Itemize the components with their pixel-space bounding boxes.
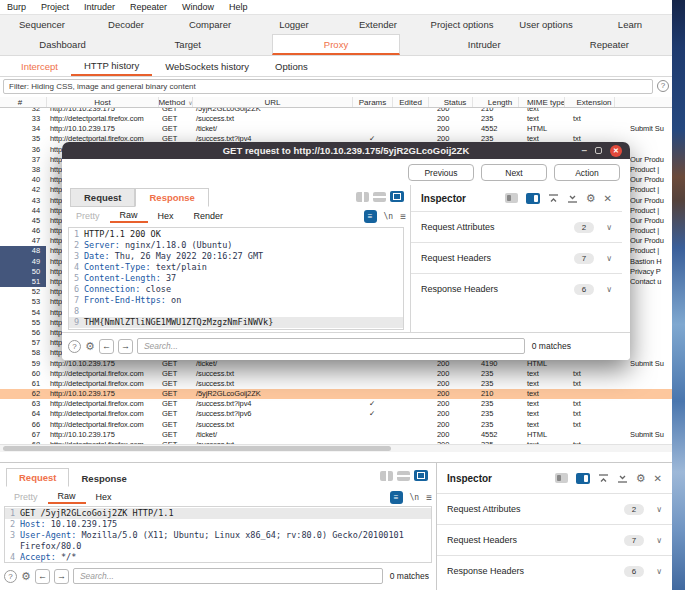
help-icon[interactable]: ? [68, 340, 81, 353]
layout-columns-icon[interactable] [356, 192, 369, 202]
column-header-status[interactable]: Status [428, 97, 472, 107]
column-header-method[interactable]: Method∨ [158, 97, 192, 107]
maximize-icon[interactable] [595, 147, 602, 154]
horizontal-scrollbar[interactable] [0, 444, 672, 452]
history-row-33[interactable]: 33http://detectportal.firefox.comGET/suc… [0, 114, 672, 124]
inspector-pane-gray-icon[interactable] [505, 193, 518, 203]
layout-rows-icon[interactable] [397, 471, 410, 481]
view-tab-raw[interactable]: Raw [48, 490, 86, 504]
proxy-tab-options[interactable]: Options [262, 56, 321, 76]
next-match-button[interactable]: → [118, 339, 133, 354]
view-tab-raw[interactable]: Raw [110, 209, 148, 223]
close-icon[interactable]: ✕ [654, 473, 662, 484]
proxy-tab-intercept[interactable]: Intercept [8, 56, 71, 76]
gear-icon[interactable]: ⚙ [21, 570, 31, 583]
history-row-61[interactable]: 61http://detectportal.firefox.comGET/suc… [0, 379, 672, 389]
previous-button[interactable]: Previous [408, 164, 474, 181]
inspector-pane-blue-icon[interactable] [526, 193, 540, 204]
editor-menu-icon[interactable]: ≡ [400, 211, 406, 222]
main-tab-dashboard[interactable]: Dashboard [0, 34, 125, 55]
menu-item-help[interactable]: Help [229, 2, 248, 12]
history-row-63[interactable]: 63http://detectportal.firefox.comGET/suc… [0, 399, 672, 409]
minimize-icon[interactable]: – [581, 146, 587, 156]
tab-decoder[interactable]: Decoder [84, 19, 168, 30]
main-tab-target[interactable]: Target [125, 34, 250, 55]
chevron-down-icon[interactable]: ∨ [656, 536, 662, 545]
chevron-down-icon[interactable]: ∨ [606, 254, 612, 263]
history-row-64[interactable]: 64http://detectportal.firefox.comGET/suc… [0, 409, 672, 419]
layout-single-icon[interactable] [414, 470, 428, 481]
column-header-mime-type[interactable]: MIME type [518, 97, 564, 107]
tab-sequencer[interactable]: Sequencer [0, 19, 84, 30]
tab-extender[interactable]: Extender [336, 19, 420, 30]
history-row-34[interactable]: 34http://10.10.239.175GET/ticket/2004552… [0, 124, 672, 134]
history-row-67[interactable]: 67http://10.10.239.175GET/ticket/2004552… [0, 430, 672, 440]
inspector-pane-blue-icon[interactable] [576, 473, 590, 484]
chevron-down-icon[interactable]: ∨ [656, 505, 662, 514]
soft-wrap-icon[interactable]: ≡ [364, 210, 377, 223]
help-icon[interactable]: ? [4, 570, 17, 583]
menu-item-window[interactable]: Window [182, 2, 214, 12]
menu-item-intruder[interactable]: Intruder [84, 2, 115, 12]
menu-item-project[interactable]: Project [41, 2, 69, 12]
main-tab-proxy[interactable]: Proxy [272, 34, 399, 55]
collapse-all-icon[interactable] [617, 473, 628, 484]
history-row-60[interactable]: 60http://detectportal.firefox.comGET/suc… [0, 369, 672, 379]
inspector-section-request-attributes[interactable]: Request Attributes2∨ [411, 211, 622, 242]
column-header-host[interactable]: Host [46, 97, 158, 107]
chevron-down-icon[interactable]: ∨ [606, 223, 612, 232]
tab-response[interactable]: Response [69, 470, 138, 487]
inspector-pane-gray-icon[interactable] [555, 473, 568, 483]
view-tab-pretty[interactable]: Pretty [4, 491, 48, 503]
search-input[interactable]: Search... [137, 338, 525, 354]
column-header-edited[interactable]: Edited [392, 97, 428, 107]
gear-icon[interactable]: ⚙ [586, 192, 596, 205]
inspector-section-request-headers[interactable]: Request Headers7∨ [437, 524, 672, 555]
prev-match-button[interactable]: ← [35, 569, 50, 584]
next-button[interactable]: Next [481, 164, 547, 181]
layout-rows-icon[interactable] [373, 192, 386, 202]
show-newlines-icon[interactable]: \n [384, 212, 394, 221]
tab-request[interactable]: Request [70, 188, 135, 207]
chevron-down-icon[interactable]: ∨ [656, 567, 662, 576]
view-tab-pretty[interactable]: Pretty [66, 210, 110, 222]
column-header-url[interactable]: URL [192, 97, 352, 107]
view-tab-hex[interactable]: Hex [148, 210, 184, 222]
history-row-62[interactable]: 62http://10.10.239.175GET/5yjR2GLcoGoij2… [0, 389, 672, 399]
prev-match-button[interactable]: ← [99, 339, 114, 354]
tab-user-options[interactable]: User options [504, 19, 588, 30]
close-icon[interactable]: ✕ [610, 145, 622, 157]
menu-item-repeater[interactable]: Repeater [130, 2, 167, 12]
main-tab-intruder[interactable]: Intruder [422, 34, 547, 55]
column-header-blank[interactable]: # [0, 97, 46, 107]
expand-all-icon[interactable] [548, 193, 559, 204]
action-button[interactable]: Action [554, 164, 620, 181]
tab-project-options[interactable]: Project options [420, 19, 504, 30]
filter-input[interactable]: Filter: Hiding CSS, image and general bi… [3, 79, 653, 94]
layout-single-icon[interactable] [390, 191, 404, 202]
gear-icon[interactable]: ⚙ [85, 340, 95, 353]
menu-item-burp[interactable]: Burp [7, 2, 26, 12]
inspector-section-response-headers[interactable]: Response Headers6∨ [437, 555, 672, 586]
inspector-section-request-headers[interactable]: Request Headers7∨ [411, 242, 622, 273]
inspector-section-request-attributes[interactable]: Request Attributes2∨ [437, 493, 672, 524]
tab-comparer[interactable]: Comparer [168, 19, 252, 30]
request-code-editor[interactable]: 1GET /5yjR2GLcoGoij2ZK HTTP/1.12Host: 10… [4, 506, 432, 563]
column-header-title[interactable] [614, 97, 672, 107]
next-match-button[interactable]: → [54, 569, 69, 584]
layout-columns-icon[interactable] [380, 471, 393, 481]
inspector-section-response-headers[interactable]: Response Headers6∨ [411, 273, 622, 304]
expand-all-icon[interactable] [598, 473, 609, 484]
show-newlines-icon[interactable]: \n [410, 493, 420, 502]
popup-titlebar[interactable]: GET request to http://10.10.239.175/5yjR… [62, 142, 630, 159]
editor-menu-icon[interactable]: ≡ [426, 492, 432, 503]
column-header-extension[interactable]: Extension [564, 97, 614, 107]
soft-wrap-icon[interactable]: ≡ [390, 491, 403, 504]
response-code-editor[interactable]: 1HTTP/1.1 200 OK2Server: nginx/1.18.0 (U… [68, 227, 404, 330]
proxy-tab-http-history[interactable]: HTTP history [71, 56, 152, 76]
tab-request[interactable]: Request [6, 468, 69, 487]
column-header-length[interactable]: Length [472, 97, 518, 107]
chevron-down-icon[interactable]: ∨ [606, 285, 612, 294]
history-row-66[interactable]: 66http://detectportal.firefox.comGET/suc… [0, 420, 672, 430]
collapse-all-icon[interactable] [567, 193, 578, 204]
